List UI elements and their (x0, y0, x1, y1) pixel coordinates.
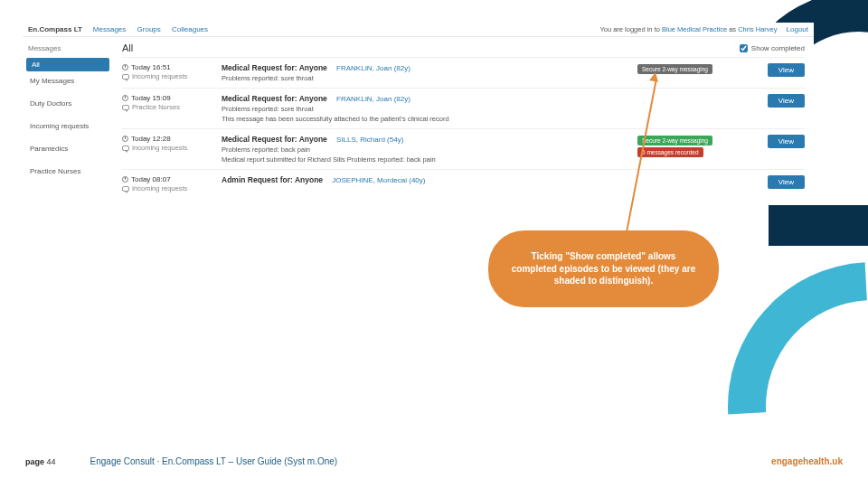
user-link[interactable]: Chris Harvey (738, 25, 777, 33)
message-title: Medical Request for: Anyone (222, 135, 327, 144)
logo-arc-base (769, 205, 868, 246)
nav-groups[interactable]: Groups (137, 25, 161, 33)
view-button[interactable]: View (768, 135, 805, 148)
message-body: Medical Request for: Anyone FRANKLIN, Jo… (222, 63, 637, 82)
message-row: Today 16:51 Incoming requests Medical Re… (122, 57, 805, 88)
app-screenshot: En.Compass LT Messages Groups Colleagues… (23, 23, 814, 203)
message-row: Today 12:28 Incoming requests Medical Re… (122, 128, 805, 169)
show-completed-checkbox[interactable] (740, 44, 748, 52)
topbar: En.Compass LT Messages Groups Colleagues… (23, 23, 814, 37)
view-button[interactable]: View (768, 94, 805, 108)
message-time-col: Today 12:28 Incoming requests (122, 135, 222, 152)
doc-title: Engage Consult · En.Compass LT – User Gu… (90, 456, 338, 466)
message-badges (637, 175, 755, 176)
message-row: Today 15:09 Practice Nurses Medical Requ… (122, 88, 805, 128)
topnav: Messages Groups Colleagues (93, 25, 217, 33)
tag-icon (122, 145, 129, 151)
patient-link[interactable]: SILLS, Richard (54y) (336, 136, 403, 144)
logout-link[interactable]: Logout (787, 25, 808, 33)
message-time-col: Today 15:09 Practice Nurses (122, 94, 222, 111)
message-subtext: Medical report submitted for Richard Sil… (222, 155, 637, 164)
clock-icon (122, 136, 128, 142)
callout-bubble: Ticking "Show completed" allows complete… (488, 230, 719, 307)
message-body: Admin Request for: Anyone JOSEPHINE, Mor… (222, 175, 637, 184)
view-button[interactable]: View (768, 63, 805, 77)
message-title: Medical Request for: Anyone (222, 63, 327, 72)
sidebar-item-all[interactable]: All (26, 58, 109, 71)
practice-link[interactable]: Blue Medical Practice (662, 25, 727, 33)
brand: En.Compass LT (28, 25, 82, 33)
login-info: You are logged in to Blue Medical Practi… (599, 25, 777, 33)
sidebar-item-paramedics[interactable]: Paramedics (23, 141, 113, 156)
message-badges (637, 94, 755, 95)
nav-messages[interactable]: Messages (93, 25, 126, 33)
message-subtext: Problems reported: sore throat (222, 105, 637, 113)
view-button[interactable]: View (768, 175, 805, 189)
tag-icon (122, 186, 129, 192)
sidebar: Messages All My Messages Duty Doctors In… (23, 37, 113, 203)
show-completed-toggle[interactable]: Show completed (740, 44, 805, 52)
patient-link[interactable]: FRANKLIN, Joan (82y) (336, 64, 410, 72)
status-badge: Secure 2-way messaging (637, 64, 712, 74)
content-heading: All (122, 42, 133, 53)
slide-footer: page 44 Engage Consult · En.Compass LT –… (0, 456, 868, 466)
status-badge: 6 messages recorded (637, 147, 703, 157)
message-subtext: Problems reported: back pain (222, 145, 637, 154)
clock-icon (122, 95, 128, 101)
sidebar-item-duty[interactable]: Duty Doctors (23, 96, 113, 111)
tag-icon (122, 74, 129, 80)
nav-colleagues[interactable]: Colleagues (172, 25, 208, 33)
message-subtext: Problems reported: sore throat (222, 74, 637, 82)
sidebar-item-nurses[interactable]: Practice Nurses (23, 164, 113, 179)
message-body: Medical Request for: Anyone SILLS, Richa… (222, 135, 637, 164)
show-completed-label: Show completed (751, 44, 805, 52)
sidebar-item-my[interactable]: My Messages (23, 73, 113, 89)
message-subtext: This message has been successfully attac… (222, 115, 637, 123)
clock-icon (122, 176, 128, 183)
sidebar-item-incoming[interactable]: Incoming requests (23, 118, 113, 134)
patient-link[interactable]: JOSEPHINE, Mordecai (40y) (332, 176, 425, 184)
message-title: Medical Request for: Anyone (222, 94, 327, 103)
status-badge: Secure 2-way messaging (637, 136, 712, 145)
sidebar-title: Messages (23, 41, 113, 56)
message-time-col: Today 16:51 Incoming requests (122, 63, 222, 80)
message-row: Today 08:07 Incoming requests Admin Requ… (122, 169, 805, 198)
message-time-col: Today 08:07 Incoming requests (122, 175, 222, 192)
message-body: Medical Request for: Anyone FRANKLIN, Jo… (222, 94, 637, 123)
clock-icon (122, 64, 128, 70)
tag-icon (122, 105, 129, 110)
message-title: Admin Request for: Anyone (222, 175, 323, 184)
content: All Show completed Today 16:51 Incoming … (113, 37, 814, 203)
message-badges: Secure 2-way messaging6 messages recorde… (637, 135, 755, 159)
page-number: page 44 (25, 457, 56, 466)
callout-text: Ticking "Show completed" allows complete… (511, 250, 696, 287)
patient-link[interactable]: FRANKLIN, Joan (82y) (336, 95, 410, 103)
site-url: engagehealth.uk (771, 456, 843, 466)
